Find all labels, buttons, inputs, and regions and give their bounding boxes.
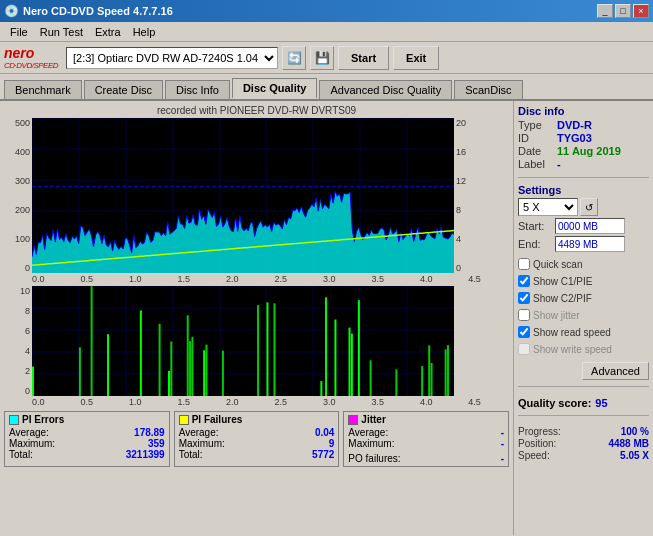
menu-extra[interactable]: Extra	[89, 24, 127, 40]
quick-scan-row: Quick scan	[518, 258, 649, 270]
stats-area: PI Errors Average: 178.89 Maximum: 359 T…	[4, 411, 509, 467]
toolbar: nero CD·DVD/SPEED [2:3] Optiarc DVD RW A…	[0, 42, 653, 74]
disc-info-title: Disc info	[518, 105, 649, 117]
pi-errors-color	[9, 415, 19, 425]
quality-score-row: Quality score: 95	[518, 397, 649, 409]
maximize-button[interactable]: □	[615, 4, 631, 18]
save-icon-button[interactable]: 💾	[310, 46, 334, 70]
divider-3	[518, 415, 649, 416]
upper-chart-wrapper: 500 400 300 200 100 0 20 16 12 8 4 0	[4, 118, 509, 273]
end-input[interactable]	[555, 236, 625, 252]
pi-errors-total-row: Total: 3211399	[9, 449, 165, 460]
speed-select[interactable]: 5 X Max 1 X 2 X 4 X 8 X	[518, 198, 578, 216]
close-button[interactable]: ×	[633, 4, 649, 18]
titlebar-left: 💿 Nero CD-DVD Speed 4.7.7.16	[4, 4, 173, 18]
speed-settings-row: 5 X Max 1 X 2 X 4 X 8 X ↺	[518, 198, 649, 216]
pi-errors-stat: PI Errors Average: 178.89 Maximum: 359 T…	[4, 411, 170, 467]
exit-button[interactable]: Exit	[393, 46, 439, 70]
start-input[interactable]	[555, 218, 625, 234]
jitter-label: Jitter	[348, 414, 504, 425]
show-read-checkbox[interactable]	[518, 326, 530, 338]
disc-id-row: ID TYG03	[518, 132, 649, 144]
pi-failures-color	[179, 415, 189, 425]
pi-errors-average-row: Average: 178.89	[9, 427, 165, 438]
progress-row: Progress: 100 %	[518, 426, 649, 437]
settings-title: Settings	[518, 184, 649, 196]
show-write-label: Show write speed	[533, 344, 612, 355]
nero-logo-text: nero	[4, 45, 34, 61]
show-jitter-label: Show jitter	[533, 310, 580, 321]
upper-y-axis-right: 20 16 12 8 4 0	[454, 118, 472, 273]
po-failures-row: PO failures: -	[348, 453, 504, 464]
pi-failures-total-row: Total: 5772	[179, 449, 335, 460]
pi-errors-label: PI Errors	[9, 414, 165, 425]
pi-failures-average-row: Average: 0.04	[179, 427, 335, 438]
minimize-button[interactable]: _	[597, 4, 613, 18]
drive-select[interactable]: [2:3] Optiarc DVD RW AD-7240S 1.04	[66, 47, 278, 69]
tab-disc-info[interactable]: Disc Info	[165, 80, 230, 99]
titlebar-controls[interactable]: _ □ ×	[597, 4, 649, 18]
show-read-row: Show read speed	[518, 326, 649, 338]
speed-display-row: Speed: 5.05 X	[518, 450, 649, 461]
jitter-max-row: Maximum: -	[348, 438, 504, 449]
jitter-average-row: Average: -	[348, 427, 504, 438]
pi-failures-label: PI Failures	[179, 414, 335, 425]
app-title: Nero CD-DVD Speed 4.7.7.16	[23, 5, 173, 17]
pi-errors-max-row: Maximum: 359	[9, 438, 165, 449]
speed-refresh-button[interactable]: ↺	[580, 198, 598, 216]
show-c2-checkbox[interactable]	[518, 292, 530, 304]
settings-section: Settings 5 X Max 1 X 2 X 4 X 8 X ↺ Start…	[518, 184, 649, 254]
advanced-button[interactable]: Advanced	[582, 362, 649, 380]
show-c2-label: Show C2/PIF	[533, 293, 592, 304]
tab-scan-disc[interactable]: ScanDisc	[454, 80, 522, 99]
start-button[interactable]: Start	[338, 46, 389, 70]
pi-failures-max-row: Maximum: 9	[179, 438, 335, 449]
menu-help[interactable]: Help	[127, 24, 162, 40]
end-row: End:	[518, 236, 649, 252]
quick-scan-checkbox[interactable]	[518, 258, 530, 270]
show-read-label: Show read speed	[533, 327, 611, 338]
tab-benchmark[interactable]: Benchmark	[4, 80, 82, 99]
divider-1	[518, 177, 649, 178]
disc-info-section: Disc info Type DVD-R ID TYG03 Date 11 Au…	[518, 105, 649, 171]
tabs: Benchmark Create Disc Disc Info Disc Qua…	[0, 74, 653, 101]
jitter-color	[348, 415, 358, 425]
show-write-row: Show write speed	[518, 343, 649, 355]
show-c1-row: Show C1/PIE	[518, 275, 649, 287]
divider-2	[518, 386, 649, 387]
show-c2-row: Show C2/PIF	[518, 292, 649, 304]
show-write-checkbox[interactable]	[518, 343, 530, 355]
pi-failures-stat: PI Failures Average: 0.04 Maximum: 9 Tot…	[174, 411, 340, 467]
nero-logo-subtitle: CD·DVD/SPEED	[4, 61, 58, 70]
main-content: recorded with PIONEER DVD-RW DVRTS09 500…	[0, 101, 653, 535]
right-panel: Disc info Type DVD-R ID TYG03 Date 11 Au…	[513, 101, 653, 535]
upper-x-axis: 0.0 0.5 1.0 1.5 2.0 2.5 3.0 3.5 4.0 4.5	[4, 274, 509, 284]
tab-disc-quality[interactable]: Disc Quality	[232, 78, 318, 99]
disc-label-row: Label -	[518, 158, 649, 170]
tab-advanced-disc-quality[interactable]: Advanced Disc Quality	[319, 80, 452, 99]
tab-create-disc[interactable]: Create Disc	[84, 80, 163, 99]
upper-y-axis-left: 500 400 300 200 100 0	[4, 118, 32, 273]
refresh-icon-button[interactable]: 🔄	[282, 46, 306, 70]
show-jitter-checkbox[interactable]	[518, 309, 530, 321]
menu-file[interactable]: File	[4, 24, 34, 40]
menubar: File Run Test Extra Help	[0, 22, 653, 42]
upper-chart-canvas	[32, 118, 454, 273]
disc-date-row: Date 11 Aug 2019	[518, 145, 649, 157]
position-row: Position: 4488 MB	[518, 438, 649, 449]
show-jitter-row: Show jitter	[518, 309, 649, 321]
chart-title: recorded with PIONEER DVD-RW DVRTS09	[4, 105, 509, 116]
titlebar: 💿 Nero CD-DVD Speed 4.7.7.16 _ □ ×	[0, 0, 653, 22]
show-c1-label: Show C1/PIE	[533, 276, 592, 287]
show-c1-checkbox[interactable]	[518, 275, 530, 287]
lower-y-axis-right	[454, 286, 472, 396]
menu-run-test[interactable]: Run Test	[34, 24, 89, 40]
nero-logo: nero CD·DVD/SPEED	[4, 45, 58, 70]
start-row: Start:	[518, 218, 649, 234]
lower-chart-wrapper: 10 8 6 4 2 0	[4, 286, 509, 396]
lower-chart-canvas	[32, 286, 454, 396]
progress-section: Progress: 100 % Position: 4488 MB Speed:…	[518, 426, 649, 462]
disc-type-row: Type DVD-R	[518, 119, 649, 131]
quick-scan-label: Quick scan	[533, 259, 582, 270]
jitter-stat: Jitter Average: - Maximum: - PO failures…	[343, 411, 509, 467]
